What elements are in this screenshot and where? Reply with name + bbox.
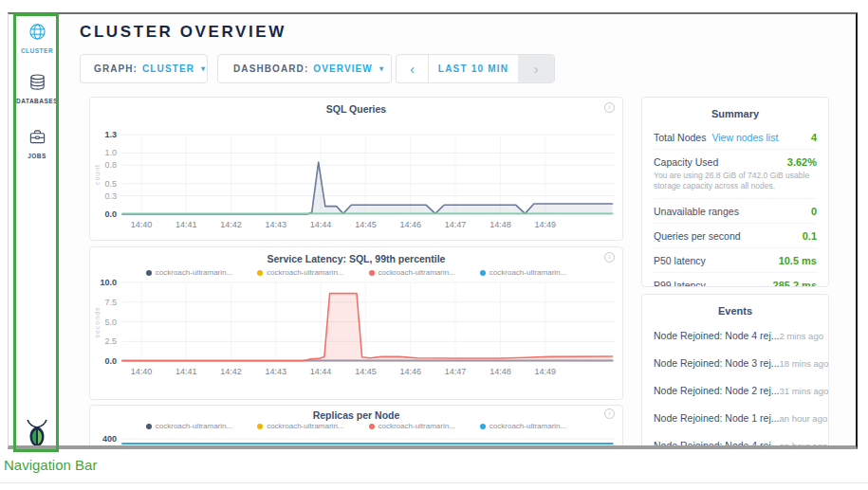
summary-label: Queries per second: [654, 230, 741, 242]
summary-rows: Total NodesView nodes list4Capacity Used…: [642, 125, 828, 287]
summary-row: P99 latency285.2 ms: [654, 273, 817, 287]
summary-label: Total Nodes: [654, 132, 706, 143]
summary-row: P50 latency10.5 ms: [654, 248, 817, 273]
svg-text:seconds: seconds: [94, 306, 101, 337]
summary-card: Summary Total NodesView nodes list4Capac…: [641, 97, 829, 287]
replicas-per-node-chart: 400: [90, 413, 622, 449]
summary-row: Capacity Used3.62%You are using 26.8 GiB…: [654, 150, 817, 199]
events-title: Events: [642, 295, 828, 322]
event-time: 18 mins ago: [780, 358, 829, 369]
event-text: Node Rejoined: Node 4 rej...: [654, 330, 780, 341]
event-time: 31 mins ago: [780, 386, 829, 396]
sidebar-item-label: CLUSTER: [14, 47, 60, 54]
sidebar-item-cluster[interactable]: CLUSTER: [14, 23, 60, 54]
sidebar-item-jobs[interactable]: JOBS: [14, 128, 60, 159]
chevron-down-icon: ▾: [379, 64, 384, 73]
svg-text:0.5: 0.5: [104, 179, 117, 189]
cockroachdb-admin-ui-window: CLUSTER DATABASES: [8, 12, 858, 449]
time-window-next-button[interactable]: ›: [518, 55, 554, 82]
summary-row: Total NodesView nodes list4: [654, 125, 817, 150]
view-nodes-list-link[interactable]: View nodes list: [711, 132, 778, 143]
svg-text:14:49: 14:49: [534, 367, 556, 376]
event-time: an hour ago: [780, 441, 828, 449]
svg-text:1.3: 1.3: [104, 130, 117, 139]
service-latency-panel: Service Latency: SQL, 99th percentile i …: [89, 246, 623, 400]
summary-row: Queries per second0.1: [654, 224, 817, 248]
jobs-briefcase-icon: [28, 133, 46, 149]
event-row: Node Rejoined: Node 2 rej...31 mins ago: [654, 377, 817, 405]
annotation-caption: Navigation Bar: [4, 457, 97, 473]
svg-text:14:45: 14:45: [355, 367, 377, 376]
svg-text:14:48: 14:48: [489, 367, 511, 376]
svg-text:14:42: 14:42: [220, 367, 242, 376]
summary-value: 4: [811, 132, 817, 143]
svg-text:400: 400: [102, 434, 117, 444]
svg-text:10.0: 10.0: [100, 278, 117, 287]
event-row: Node Rejoined: Node 4 rej...an hour ago: [654, 432, 817, 449]
svg-text:14:48: 14:48: [489, 220, 511, 229]
event-row: Node Rejoined: Node 3 rej...18 mins ago: [654, 350, 817, 377]
svg-text:14:44: 14:44: [310, 367, 332, 376]
sidebar-item-label: JOBS: [14, 153, 60, 159]
page-title: CLUSTER OVERVIEW: [80, 23, 286, 42]
svg-text:2.5: 2.5: [104, 336, 117, 346]
cockroachdb-logo[interactable]: [14, 419, 60, 449]
summary-description: You are using 26.8 GiB of 742.0 GiB usab…: [654, 171, 817, 192]
chevron-down-icon: ▾: [201, 64, 206, 73]
svg-text:0.8: 0.8: [104, 160, 117, 170]
time-window-value[interactable]: LAST 10 MIN: [429, 55, 518, 82]
svg-text:14:47: 14:47: [445, 367, 467, 376]
event-text: Node Rejoined: Node 3 rej...: [654, 357, 780, 369]
time-window-prev-button[interactable]: ‹: [397, 55, 429, 82]
events-rows: Node Rejoined: Node 4 rej...2 mins agoNo…: [642, 322, 828, 449]
svg-text:14:43: 14:43: [266, 367, 287, 376]
sidebar-item-databases[interactable]: DATABASES: [14, 73, 60, 104]
svg-text:14:49: 14:49: [534, 220, 556, 229]
summary-label: Unavailable ranges: [654, 206, 739, 217]
events-card: Events Node Rejoined: Node 4 rej...2 min…: [641, 294, 829, 449]
svg-text:count: count: [94, 164, 101, 185]
summary-row: Unavailable ranges0: [654, 199, 817, 224]
event-time: 2 mins ago: [780, 331, 823, 341]
event-text: Node Rejoined: Node 4 rej...: [654, 440, 780, 449]
summary-label: P99 latency: [654, 280, 706, 287]
svg-text:5.0: 5.0: [104, 318, 117, 327]
dashboard-dropdown[interactable]: DASHBOARD: OVERVIEW ▾: [217, 54, 392, 83]
svg-text:14:44: 14:44: [310, 220, 332, 229]
summary-value: 0.1: [803, 230, 817, 242]
svg-text:0.0: 0.0: [104, 356, 117, 366]
svg-text:14:40: 14:40: [131, 220, 153, 229]
event-text: Node Rejoined: Node 2 rej...: [654, 385, 780, 396]
summary-value: 3.62%: [787, 156, 817, 168]
summary-value: 0: [811, 206, 817, 217]
event-time: an hour ago: [780, 413, 828, 424]
svg-text:1.0: 1.0: [104, 148, 117, 157]
svg-text:14:41: 14:41: [175, 220, 197, 229]
summary-label: P50 latency: [654, 255, 706, 266]
svg-text:7.5: 7.5: [104, 298, 117, 307]
cluster-globe-icon: [28, 27, 46, 44]
graph-dropdown-label: GRAPH:: [94, 64, 138, 74]
navigation-bar: CLUSTER DATABASES: [14, 14, 60, 449]
svg-text:0.3: 0.3: [104, 191, 117, 201]
databases-icon: [28, 78, 46, 94]
summary-value: 285.2 ms: [773, 280, 817, 287]
svg-text:14:47: 14:47: [445, 220, 467, 229]
svg-text:14:46: 14:46: [399, 367, 421, 376]
graph-dropdown-value: CLUSTER: [142, 64, 194, 74]
summary-title: Summary: [642, 98, 828, 125]
annotated-screenshot-page: CLUSTER DATABASES: [0, 0, 868, 490]
time-window-selector: ‹ LAST 10 MIN ›: [396, 54, 555, 83]
svg-text:14:41: 14:41: [175, 367, 197, 376]
summary-label: Capacity Used: [654, 156, 718, 168]
sql-queries-panel: SQL Queries i 14:4014:4114:4214:4314:441…: [89, 97, 623, 241]
graph-dropdown[interactable]: GRAPH: CLUSTER ▾: [80, 54, 208, 83]
svg-text:14:40: 14:40: [131, 367, 153, 376]
service-latency-chart: 14:4014:4114:4214:4314:4414:4514:4614:47…: [90, 247, 622, 400]
dashboard-dropdown-value: OVERVIEW: [313, 64, 373, 74]
sidebar-item-label: DATABASES: [14, 98, 60, 104]
svg-text:14:46: 14:46: [399, 220, 421, 229]
sql-queries-chart: 14:4014:4114:4214:4314:4414:4514:4614:47…: [90, 98, 622, 241]
replicas-per-node-panel: Replicas per Node i cockroach-ultramarin…: [89, 405, 623, 449]
svg-text:14:43: 14:43: [266, 220, 287, 229]
